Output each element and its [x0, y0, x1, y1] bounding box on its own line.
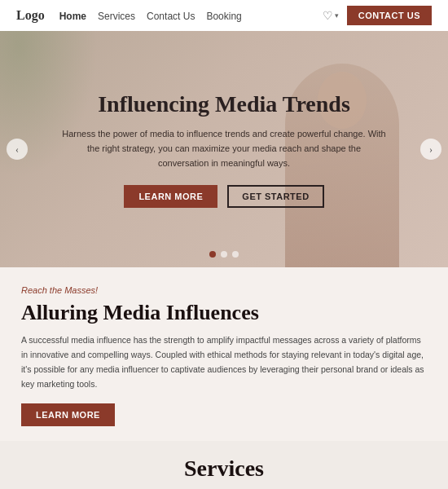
carousel-next-button[interactable]: › [420, 139, 441, 160]
dot-2[interactable] [221, 251, 227, 258]
hero-subtitle: Harness the power of media to influence … [61, 127, 387, 170]
heart-button[interactable]: ♡ ▾ [323, 9, 339, 23]
chevron-icon: ▾ [335, 11, 339, 20]
alluring-tag: Reach the Masses! [21, 285, 427, 295]
alluring-section: Reach the Masses! Alluring Media Influen… [0, 267, 448, 441]
chevron-left-icon: ‹ [15, 143, 19, 156]
contact-us-button[interactable]: CONTACT US [347, 6, 432, 25]
hero-content: Influencing Media Trends Harness the pow… [12, 90, 436, 208]
chevron-right-icon: › [429, 143, 433, 156]
heart-icon: ♡ [323, 9, 333, 23]
nav-booking[interactable]: Booking [206, 11, 241, 22]
get-started-button[interactable]: GET STARTED [227, 185, 323, 208]
carousel-dots [209, 251, 239, 258]
hero-section: ‹ Influencing Media Trends Harness the p… [0, 31, 448, 267]
nav-left: Logo Home Services Contact Us Booking [16, 8, 242, 23]
alluring-learn-more-button[interactable]: LEARN MORE [21, 403, 115, 426]
nav-right: ♡ ▾ CONTACT US [323, 6, 432, 25]
services-section: Services Social Media Content Video and … [0, 441, 448, 489]
carousel-prev-button[interactable]: ‹ [7, 139, 28, 160]
dot-1[interactable] [209, 251, 216, 258]
services-title: Services [16, 456, 432, 482]
hero-buttons: LEARN MORE GET STARTED [61, 185, 387, 208]
navbar: Logo Home Services Contact Us Booking ♡ … [0, 0, 448, 31]
nav-links: Home Services Contact Us Booking [59, 8, 242, 23]
learn-more-button[interactable]: LEARN MORE [124, 185, 217, 208]
nav-home[interactable]: Home [59, 11, 86, 22]
dot-3[interactable] [232, 251, 239, 258]
alluring-text: A successful media influence has the str… [21, 333, 427, 391]
hero-title: Influencing Media Trends [61, 90, 387, 118]
alluring-title: Alluring Media Influences [21, 300, 427, 325]
nav-services[interactable]: Services [98, 11, 135, 22]
nav-contact[interactable]: Contact Us [147, 11, 195, 22]
logo: Logo [16, 8, 45, 23]
